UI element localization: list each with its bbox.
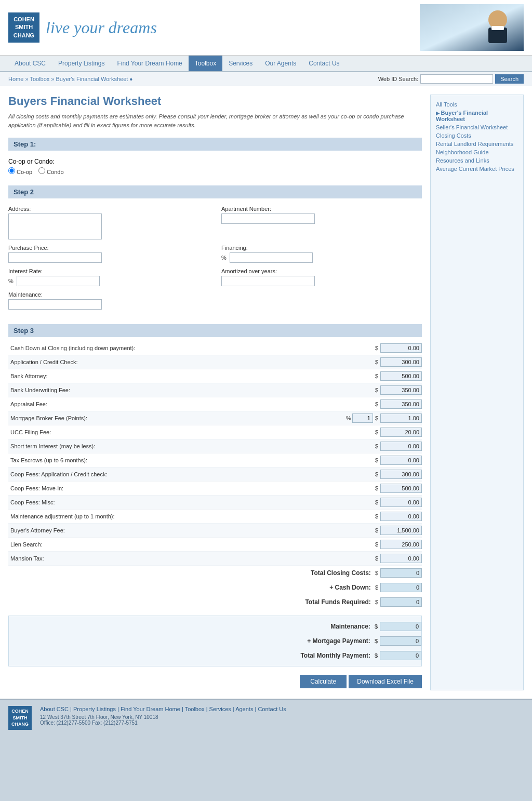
nav-services[interactable]: Services [222,56,259,71]
step2-header: Step 2 [8,185,422,198]
footer: COHEN SMITH CHANG About CSC | Property L… [0,699,532,736]
breadcrumb-section[interactable]: Toolbox [30,76,49,82]
search-bar: Web ID Search: Search [378,74,524,84]
nav-contact[interactable]: Contact Us [302,56,345,71]
fee-label-3: Bank Underwriting Fee: [8,387,375,393]
nav-agents[interactable]: Our Agents [259,56,302,71]
funds-required-row: Total Funds Required: $ [8,595,422,609]
fee-input-15[interactable] [380,554,422,563]
coop-radio[interactable] [8,167,15,174]
fee-row-12: Maintenance adjustment (up to 1 month): … [8,510,422,524]
fee-row-13: Buyer's Attorney Fee: $ [8,524,422,538]
coop-radio-label[interactable]: Co-op [8,167,32,175]
apt-input[interactable] [221,213,315,224]
mortgage-payment-input [380,636,421,646]
condo-label: Condo [47,169,63,175]
financing-label: Financing: [221,245,422,251]
interest-rate-label: Interest Rate: [8,268,209,274]
interest-rate-input[interactable] [17,276,100,286]
fee-input-9[interactable] [380,470,422,479]
search-label: Web ID Search: [378,76,418,82]
step1-header: Step 1: [8,138,422,151]
fee-input-3[interactable] [380,385,422,395]
monthly-maintenance-input [380,622,421,631]
nav-listings[interactable]: Property Listings [52,56,111,71]
fee-input-13[interactable] [380,526,422,535]
search-input[interactable] [420,74,493,84]
breadcrumb-home[interactable]: Home [8,76,23,82]
fee-input-2[interactable] [380,371,422,381]
footer-logo: COHEN SMITH CHANG [8,706,32,730]
fee-row-11: Coop Fees: Misc: $ [8,496,422,510]
footer-link-about[interactable]: About CSC [40,706,69,712]
financing-input[interactable] [230,252,313,263]
sidebar-all-tools[interactable]: All Tools [436,100,518,109]
nav-toolbox[interactable]: Toolbox [189,56,222,71]
condo-radio-label[interactable]: Condo [38,167,63,175]
footer-link-listings[interactable]: Property Listings [73,706,116,712]
monthly-maintenance-label: Maintenance: [9,623,375,630]
maintenance-label: Maintenance: [8,291,422,298]
footer-link-dreamhome[interactable]: Find Your Dream Home [121,706,180,712]
fee-row-8: Tax Escrows (up to 6 months): $ [8,453,422,468]
left-content: Buyers Financial Worksheet All closing c… [8,95,422,690]
footer-link-toolbox[interactable]: Toolbox [185,706,205,712]
fee-input-11[interactable] [380,498,422,507]
fee-label-1: Application / Credit Check: [8,359,375,365]
footer-link-services[interactable]: Services [209,706,231,712]
fee-label-6: UCC Filing Fee: [8,429,375,435]
footer-link-agents[interactable]: Agents [235,706,253,712]
fee-label-11: Coop Fees: Misc: [8,499,375,505]
logo-tagline: live your dreams [46,18,420,37]
fee-row-10: Coop Fees: Move-in: $ [8,482,422,496]
fee-percent-5[interactable] [352,413,373,423]
fee-row-14: Lien Search: $ [8,538,422,552]
fee-input-0[interactable] [380,343,422,353]
purchase-price-input[interactable] [8,252,102,263]
fee-input-7[interactable] [380,442,422,451]
fee-input-6[interactable] [380,428,422,437]
total-closing-input [380,568,422,578]
download-button[interactable]: Download Excel File [349,675,422,688]
action-buttons: Calculate Download Excel File [8,671,422,690]
sidebar-closing-costs[interactable]: Closing Costs [436,131,518,140]
condo-radio[interactable] [38,167,45,174]
financing-percent-symbol: % [221,255,227,261]
sidebar-market-prices[interactable]: Average Current Market Prices [436,165,518,173]
fee-input-5[interactable] [380,413,422,423]
logo-line2: SMITH [15,24,33,30]
page-subtitle: All closing costs and monthly payments a… [8,112,422,129]
fee-input-10[interactable] [380,484,422,493]
nav-about[interactable]: About CSC [8,56,52,71]
mortgage-payment-row: + Mortgage Payment: $ [9,634,421,648]
footer-street: 12 West 37th Street 7th Floor, New York,… [40,714,158,720]
sidebar-sellers-worksheet[interactable]: Seller's Financial Worksheet [436,123,518,131]
footer-link-contact[interactable]: Contact Us [258,706,286,712]
calculate-button[interactable]: Calculate [300,675,347,688]
fee-input-14[interactable] [380,540,422,549]
fee-input-4[interactable] [380,399,422,409]
sidebar-neighborhood-guide[interactable]: Neighborhood Guide [436,148,518,156]
fee-row-9: Coop Fees: Application / Credit check: $ [8,468,422,482]
nav-dreamhome[interactable]: Find Your Dream Home [111,56,188,71]
fee-label-2: Bank Attorney: [8,373,375,379]
step3-rows: Cash Down at Closing (including down pay… [8,341,422,690]
interest-percent-symbol: % [8,278,14,284]
search-button[interactable]: Search [495,74,524,84]
cash-down-row: + Cash Down: $ [8,580,422,595]
fee-input-12[interactable] [380,512,422,521]
footer-address: 12 West 37th Street 7th Floor, New York,… [40,714,286,726]
maintenance-input[interactable] [8,299,102,310]
fee-input-8[interactable] [380,456,422,465]
sidebar-rental-landlord[interactable]: Rental Landlord Requirements [436,140,518,148]
sidebar-resources[interactable]: Resources and Links [436,156,518,165]
fee-row-0: Cash Down at Closing (including down pay… [8,341,422,355]
fee-row-6: UCC Filing Fee: $ [8,425,422,439]
fee-label-4: Appraisal Fee: [8,401,375,407]
amortized-input[interactable] [221,276,315,286]
footer-links: About CSC | Property Listings | Find You… [40,706,286,712]
sidebar-buyers-worksheet[interactable]: Buyer's Financial Worksheet [436,109,518,123]
funds-required-input [380,597,422,607]
address-input[interactable] [8,213,102,239]
fee-input-1[interactable] [380,357,422,367]
